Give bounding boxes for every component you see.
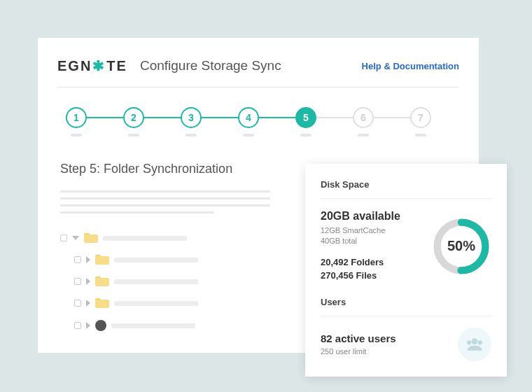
step-connector xyxy=(374,117,410,118)
disk-available: 20GB available xyxy=(321,210,431,223)
step-1[interactable]: 1 xyxy=(66,107,87,136)
chevron-down-icon[interactable] xyxy=(72,236,79,240)
step-circle: 7 xyxy=(410,107,431,128)
chevron-right-icon[interactable] xyxy=(86,322,90,329)
disk-total: 40GB total xyxy=(321,236,431,246)
item-label-placeholder xyxy=(114,258,198,262)
divider xyxy=(321,316,491,316)
people-icon xyxy=(465,337,484,352)
disk-info: 20GB available 12GB SmartCache 40GB tota… xyxy=(321,210,431,283)
stats-card: Disk Space 20GB available 12GB SmartCach… xyxy=(305,164,507,377)
step-underline xyxy=(128,134,139,136)
svg-point-2 xyxy=(478,340,482,344)
page-title: Configure Storage Sync xyxy=(140,58,281,74)
svg-point-0 xyxy=(472,338,478,344)
step-7: 7 xyxy=(410,107,431,136)
step-circle: 1 xyxy=(66,107,87,128)
disk-block: 20GB available 12GB SmartCache 40GB tota… xyxy=(321,210,491,283)
chevron-right-icon[interactable] xyxy=(86,256,90,263)
users-limit: 250 user limit xyxy=(321,347,396,356)
step-circle: 6 xyxy=(353,107,374,128)
text-line xyxy=(60,204,270,206)
step-underline xyxy=(358,134,369,136)
step-connector xyxy=(202,117,238,118)
item-label-placeholder xyxy=(114,279,198,284)
step-circle: 4 xyxy=(238,107,259,128)
header: EGN✱TE Configure Storage Sync Help & Doc… xyxy=(57,57,459,74)
disk-smartcache: 12GB SmartCache xyxy=(321,225,431,236)
person-icon xyxy=(95,320,106,331)
disk-folders: 20,492 Folders xyxy=(321,255,431,270)
users-active: 82 active users xyxy=(321,332,396,344)
item-label-placeholder xyxy=(111,323,195,328)
step-underline xyxy=(415,134,426,136)
step-2[interactable]: 2 xyxy=(123,107,144,136)
step-underline xyxy=(71,134,82,136)
folder-icon xyxy=(95,298,109,308)
users-icon xyxy=(458,328,491,361)
disk-usage-donut: 50% xyxy=(431,216,491,276)
header-left: EGN✱TE Configure Storage Sync xyxy=(57,57,281,74)
donut-percent-label: 50% xyxy=(431,216,491,276)
step-4[interactable]: 4 xyxy=(238,107,259,136)
chevron-right-icon[interactable] xyxy=(86,300,90,307)
step-connector xyxy=(316,117,353,118)
users-title: Users xyxy=(321,297,491,307)
help-link[interactable]: Help & Documentation xyxy=(362,61,459,71)
svg-point-1 xyxy=(467,340,471,344)
step-circle: 2 xyxy=(123,107,144,128)
step-5[interactable]: 5 xyxy=(295,107,316,136)
step-underline xyxy=(300,134,312,136)
checkbox[interactable] xyxy=(60,234,67,241)
step-connector xyxy=(259,117,295,118)
users-info: 82 active users 250 user limit xyxy=(321,332,396,356)
folder-icon xyxy=(95,276,109,286)
folder-icon xyxy=(84,233,98,243)
users-block: 82 active users 250 user limit xyxy=(321,328,491,361)
brand-logo: EGN✱TE xyxy=(57,57,127,74)
step-underline xyxy=(243,134,254,136)
step-6: 6 xyxy=(353,107,374,136)
step-3[interactable]: 3 xyxy=(181,107,202,136)
step-connector xyxy=(144,117,181,118)
checkbox[interactable] xyxy=(74,322,81,329)
header-divider xyxy=(57,87,459,88)
chevron-right-icon[interactable] xyxy=(86,278,90,285)
text-line xyxy=(60,190,270,192)
item-label-placeholder xyxy=(103,236,187,241)
divider xyxy=(321,198,491,199)
step-circle: 5 xyxy=(295,107,316,128)
checkbox[interactable] xyxy=(74,256,81,263)
text-line xyxy=(60,211,214,214)
checkbox[interactable] xyxy=(74,300,81,307)
disk-files: 270,456 Files xyxy=(321,269,431,283)
step-circle: 3 xyxy=(181,107,202,128)
text-line xyxy=(60,197,270,200)
step-connector xyxy=(87,117,123,118)
step-underline xyxy=(186,134,197,136)
checkbox[interactable] xyxy=(74,278,81,285)
item-label-placeholder xyxy=(114,301,198,306)
disk-space-title: Disk Space xyxy=(321,179,491,190)
logo-mark-icon: ✱ xyxy=(92,57,106,74)
folder-icon xyxy=(95,255,109,265)
stepper: 1 2 3 4 5 6 7 xyxy=(66,107,459,136)
